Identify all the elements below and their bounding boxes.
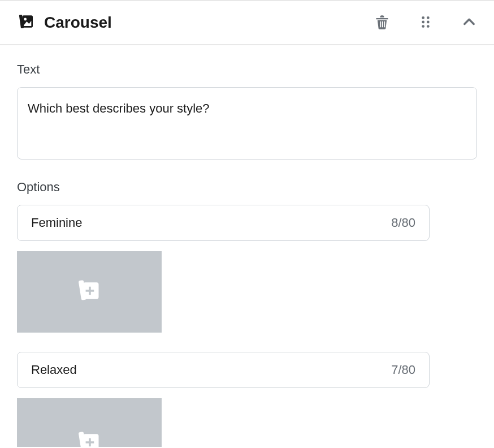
header-actions <box>374 14 477 32</box>
svg-point-7 <box>422 25 424 28</box>
svg-point-8 <box>427 25 430 28</box>
options-label: Options <box>17 180 477 195</box>
svg-point-2 <box>24 18 27 21</box>
option-input[interactable] <box>31 216 391 230</box>
header-left: Carousel <box>17 12 112 33</box>
svg-point-6 <box>427 20 430 23</box>
widget-content: Text Options 8/80 7/80 <box>0 45 494 448</box>
option-char-count: 8/80 <box>391 216 415 230</box>
text-input[interactable] <box>17 87 477 160</box>
drag-handle[interactable] <box>418 15 433 31</box>
trash-icon <box>374 14 390 32</box>
svg-point-4 <box>427 16 430 19</box>
add-image-icon <box>77 430 102 448</box>
option-row: 7/80 <box>17 352 430 388</box>
widget-header: Carousel <box>0 1 494 45</box>
text-label: Text <box>17 62 477 77</box>
image-upload-placeholder[interactable] <box>17 398 162 447</box>
delete-button[interactable] <box>374 14 390 32</box>
svg-point-5 <box>422 20 424 23</box>
option-char-count: 7/80 <box>391 363 415 377</box>
collapse-button[interactable] <box>461 14 477 32</box>
image-upload-placeholder[interactable] <box>17 251 162 333</box>
chevron-up-icon <box>461 14 477 32</box>
option-row: 8/80 <box>17 205 430 241</box>
widget-title: Carousel <box>44 14 112 32</box>
svg-point-3 <box>422 16 424 19</box>
carousel-icon <box>17 12 35 33</box>
option-input[interactable] <box>31 363 391 377</box>
add-image-icon <box>77 278 102 305</box>
grip-icon <box>418 15 433 31</box>
